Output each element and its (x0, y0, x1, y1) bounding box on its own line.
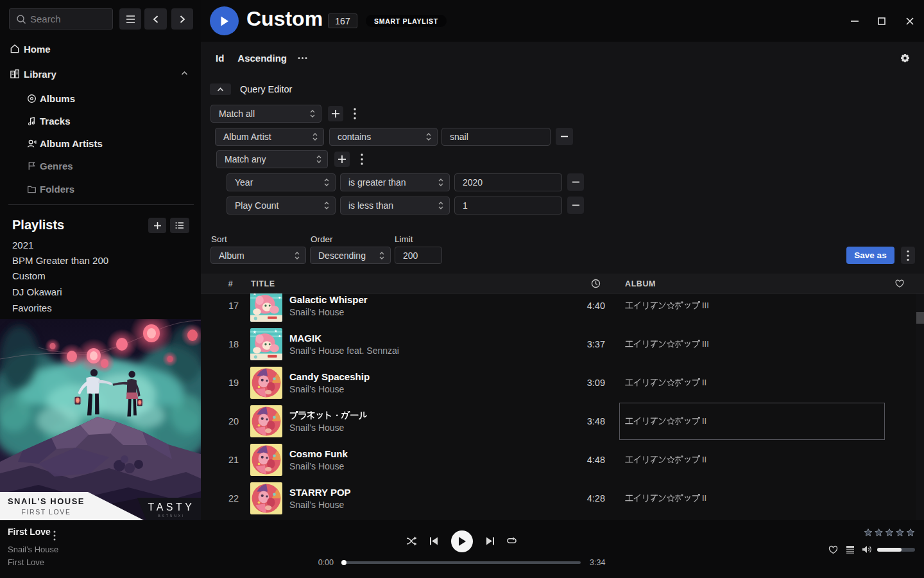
svg-text:II: II (702, 455, 706, 464)
svg-text:II: II (702, 378, 706, 387)
svg-text:TASTY: TASTY (148, 502, 195, 512)
svg-text:SNAIL'S HOUSE: SNAIL'S HOUSE (8, 496, 85, 506)
svg-text:III: III (702, 340, 709, 349)
svg-text:II: II (702, 494, 706, 503)
svg-text:FIRST LOVE: FIRST LOVE (21, 508, 71, 516)
svg-text:BSTNNXI: BSTNNXI (158, 514, 184, 518)
svg-text:III: III (702, 301, 709, 310)
